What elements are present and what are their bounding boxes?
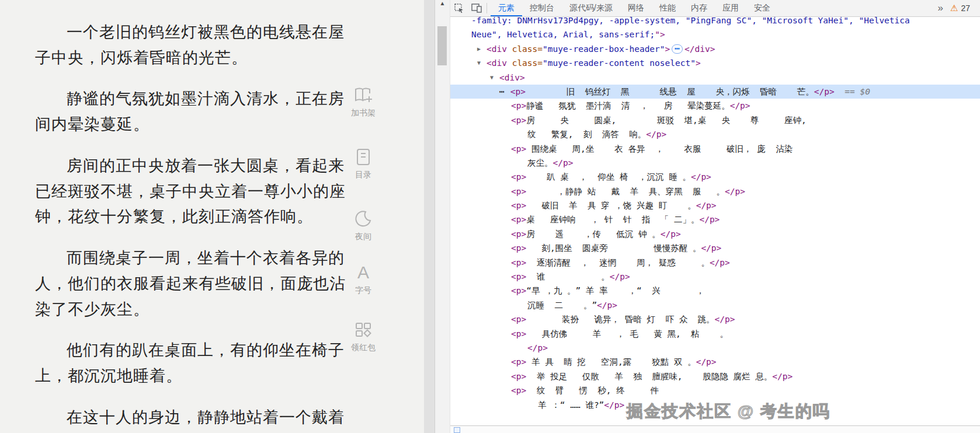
node-options-icon[interactable]: ⋯ (499, 87, 505, 96)
devtools-code-line[interactable]: <p> 装扮 诡异， 昏暗 灯 吓 众 跳。</p> (450, 312, 980, 326)
code-segment-tag: </p> (710, 258, 730, 267)
devtools-scrollbar[interactable]: ▲ (435, 0, 450, 433)
code-segment-text: 趴 桌 ， 仰坐 椅 ，沉沉 睡 。 (526, 172, 691, 181)
devtools-code-line[interactable]: ⋯<p> 旧 钨丝灯 黑 线悬 屋 央，闪烁 昏暗 芒。</p> == $0 (450, 85, 980, 99)
devtools-tab[interactable]: 安全 (746, 0, 778, 16)
add-bookshelf-label: 加书架 (342, 108, 384, 118)
devtools-code-line[interactable]: <p>房 遥 ，传 低沉 钟 。</p> (450, 227, 980, 241)
devtools-code-line[interactable]: <p> ，静静 站 戴 羊 具、穿黑 服 。</p> (450, 184, 980, 198)
devtools-bottom-bar (450, 425, 980, 433)
add-bookshelf-button[interactable]: 加书架 (342, 85, 384, 118)
code-segment-tag: <p> (511, 172, 526, 181)
code-segment-tag: </p> (661, 229, 681, 239)
reader-paragraph: 而围绕桌子一周，坐着十个衣着各异的人，他们的衣服看起来有些破旧，面庞也沾染了不少… (35, 246, 350, 322)
devtools-code-line[interactable]: <p> 谁 。</p> (450, 270, 980, 284)
devtools-code-line[interactable]: <p> 纹 臂 愣 秒, 终 件 (450, 383, 980, 397)
warning-count: 27 (961, 4, 970, 13)
devtools-code-line[interactable]: </p> (450, 341, 980, 355)
page-scrollbar[interactable] (424, 0, 435, 433)
devtools-code-line[interactable]: <p>“早 ，九 。” 羊 率 ，“ 兴 ， (450, 284, 980, 298)
scrollbar-up-arrow-icon[interactable]: ▲ (435, 0, 450, 6)
code-segment-text: 桌 座钟响 ， 针 针 指 「 二」。 (526, 215, 699, 224)
red-packet-button[interactable]: 领红包 (342, 320, 384, 353)
code-segment-tag: <div (486, 58, 512, 68)
code-segment-val: -family: DNMrHsv173Pd4pgy, -apple-system… (471, 16, 910, 25)
add-bookshelf-icon (353, 85, 373, 105)
code-segment-tag: </p> (715, 315, 735, 324)
expand-inline-button[interactable]: ⋯ (672, 44, 683, 54)
code-segment-text: ，静静 站 戴 羊 具、穿黑 服 。 (526, 187, 725, 196)
reader-side-toolbar: 加书架 目录 夜间 A 字号 领红包 (342, 0, 384, 433)
devtools-code-line[interactable]: ▼<div class="muye-reader-content noselec… (450, 56, 980, 70)
code-segment-tag: <p> (511, 243, 526, 253)
code-segment-tag: <p> (511, 357, 526, 366)
code-segment-text: 装扮 诡异， 昏暗 灯 吓 众 跳。 (526, 315, 714, 324)
devtools-tab[interactable]: 内存 (683, 0, 715, 16)
code-segment-tag: <div (486, 44, 512, 54)
devtools-tabs: 元素控制台源代码/来源网络性能内存应用安全 (491, 0, 778, 16)
code-segment-text: 举 投足 仅散 羊 独 膻腥味, 股隐隐 腐烂 息。 (526, 372, 772, 381)
expand-arrow-icon[interactable]: ▶ (477, 42, 481, 56)
collapse-arrow-icon[interactable]: ▼ (477, 56, 481, 70)
devtools-code-line[interactable]: <p> 刻,围坐 圆桌旁 慢慢苏醒 。</p> (450, 241, 980, 255)
code-segment-tag: > (696, 58, 701, 68)
code-segment-tag: </p> (814, 87, 835, 96)
devtools-tab[interactable]: 应用 (715, 0, 746, 16)
reader-paragraph: 房间的正中央放着一张大圆桌，看起来已经斑驳不堪，桌子中央立着一尊小小的座钟，花纹… (35, 153, 350, 230)
devtools-code-line[interactable]: <p> 逐渐清醒 ， 迷惘 周， 疑惑 。</p> (450, 256, 980, 270)
toc-icon (353, 147, 373, 167)
devtools-tab[interactable]: 控制台 (522, 0, 562, 16)
code-segment-attr: class= (512, 58, 543, 68)
collapse-arrow-icon[interactable]: ▼ (490, 71, 494, 85)
devtools-code-line[interactable]: <p> 具仿佛 羊 ， 毛 黄 黑, 粘 。 (450, 327, 980, 341)
code-segment-tag: </p> (701, 243, 721, 253)
code-segment-tag: <p> (511, 372, 526, 381)
code-segment-tag: </p> (610, 272, 630, 281)
novel-reader-pane: 一个老旧的钨丝灯被黑色的电线悬在屋子中央，闪烁着昏暗的光芒。静谧的气氛犹如墨汁滴… (0, 0, 424, 433)
code-segment-tag: <p> (511, 329, 526, 338)
devtools-code-line[interactable]: <p>桌 座钟响 ， 针 针 指 「 二」。</p> (450, 212, 980, 226)
code-segment-text: 灰尘。 (527, 158, 553, 167)
font-size-label: 字号 (342, 285, 384, 296)
devtools-code-line[interactable]: -family: DNMrHsv173Pd4pgy, -apple-system… (450, 16, 980, 27)
device-toolbar-icon[interactable] (468, 1, 485, 16)
devtools-code-line[interactable]: 纹 繁复, 刻 滴答 响。</p> (450, 127, 980, 141)
devtools-code-line[interactable]: ▶<div class="muye-reader-box-header">⋯</… (450, 42, 980, 56)
code-segment-tag: </p> (725, 187, 745, 196)
devtools-code-line[interactable]: <p> 举 投足 仅散 羊 独 膻腥味, 股隐隐 腐烂 息。</p> (450, 369, 980, 383)
code-segment-text: 纹 繁复, 刻 滴答 响。 (527, 130, 646, 139)
more-tabs-button[interactable]: » (931, 2, 950, 14)
devtools-code-line[interactable]: <p> 破旧 羊 具 穿 ，饶 兴趣 盯 。</p> (450, 198, 980, 212)
warning-icon: ⚠ (950, 3, 958, 13)
devtools-code-line[interactable]: ▼<div> (450, 71, 980, 85)
bottom-bar-icon[interactable] (454, 427, 460, 433)
devtools-tab[interactable]: 源代码/来源 (562, 0, 620, 16)
reader-paragraph: 一个老旧的钨丝灯被黑色的电线悬在屋子中央，闪烁着昏暗的光芒。 (35, 20, 350, 71)
devtools-tab[interactable]: 元素 (491, 0, 522, 16)
toc-button[interactable]: 目录 (342, 147, 384, 180)
toolbar-separator (486, 3, 487, 13)
font-size-button[interactable]: A 字号 (342, 263, 384, 296)
code-segment-text: 房 央 圆桌, 斑驳 堪,桌 央 尊 座钟, (526, 116, 807, 125)
devtools-tab[interactable]: 网络 (620, 0, 652, 16)
reader-paragraph: 他们有的趴在桌面上，有的仰坐在椅子上，都沉沉地睡着。 (35, 338, 350, 389)
reader-text-body: 一个老旧的钨丝灯被黑色的电线悬在屋子中央，闪烁着昏暗的光芒。静谧的气氛犹如墨汁滴… (35, 20, 350, 433)
code-segment-tag: </p> (597, 301, 617, 310)
code-segment-tag: </p> (699, 215, 720, 224)
devtools-code-line[interactable]: <p>房 央 圆桌, 斑驳 堪,桌 央 尊 座钟, (450, 113, 980, 127)
devtools-scrollbar-thumb[interactable] (437, 26, 447, 65)
devtools-code-line[interactable]: <p>静谧 氛犹 墨汁滴 清 ， 房 晕染蔓延。</p> (450, 99, 980, 113)
devtools-tab[interactable]: 性能 (652, 0, 683, 16)
devtools-code-line[interactable]: <p> 围绕桌 周,坐 衣 各异 ， 衣服 破旧， 庞 沾染 (450, 142, 980, 156)
devtools-code-line[interactable]: 灰尘。</p> (450, 156, 980, 170)
night-mode-button[interactable]: 夜间 (342, 209, 384, 242)
devtools-code-line[interactable]: <p> 趴 桌 ， 仰坐 椅 ，沉沉 睡 。</p> (450, 170, 980, 184)
code-segment-tag: </p> (691, 172, 711, 181)
devtools-code-line[interactable]: <p> 羊 具 睛 挖 空洞,露 狡黠 双 。</p> (450, 355, 980, 369)
code-segment-text: 沉睡 二 。” (527, 301, 597, 310)
devtools-code-line[interactable]: Neue", Helvetica, Arial, sans-serif;"> (450, 27, 980, 41)
issues-counter[interactable]: ⚠ 27 (950, 3, 980, 13)
code-segment-text: “早 ，九 。” 羊 率 ，“ 兴 ， (526, 286, 704, 295)
inspect-element-icon[interactable] (450, 1, 468, 16)
devtools-code-line[interactable]: 沉睡 二 。”</p> (450, 298, 980, 312)
